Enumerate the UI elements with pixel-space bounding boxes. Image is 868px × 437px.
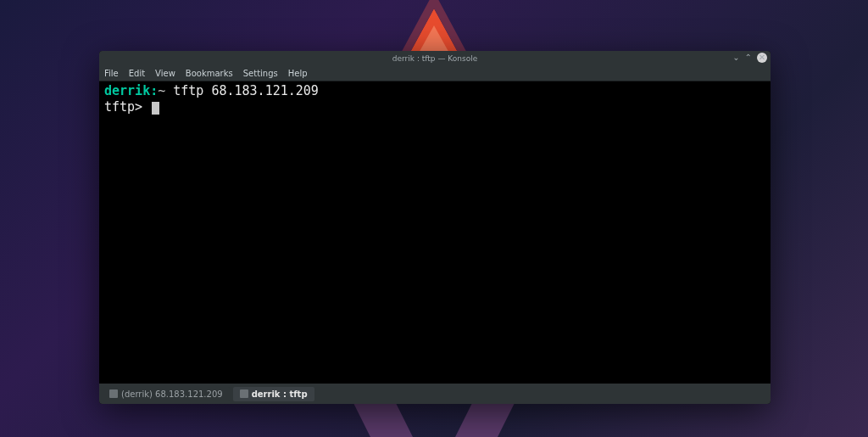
window-title: derrik : tftp — Konsole	[392, 54, 477, 63]
menu-settings[interactable]: Settings	[243, 69, 278, 78]
window-controls: ⌄ ⌃ ✕	[732, 53, 767, 63]
menu-bookmarks[interactable]: Bookmarks	[186, 69, 233, 78]
terminal-line-2: tftp>	[104, 99, 765, 115]
maximize-button[interactable]: ⌃	[745, 53, 752, 62]
command-text: tftp 68.183.121.209	[165, 83, 319, 98]
tabbar: (derrik) 68.183.121.209 derrik : tftp	[99, 384, 771, 404]
konsole-window: derrik : tftp — Konsole ⌄ ⌃ ✕ File Edit …	[99, 51, 771, 404]
menubar: File Edit View Bookmarks Settings Help	[99, 66, 771, 81]
close-button[interactable]: ✕	[757, 53, 767, 63]
menu-help[interactable]: Help	[288, 69, 308, 78]
tab-2-label: derrik : tftp	[252, 389, 308, 399]
tab-2[interactable]: derrik : tftp	[233, 387, 314, 401]
menu-file[interactable]: File	[104, 69, 119, 78]
prompt-path: ~	[158, 83, 165, 98]
menu-edit[interactable]: Edit	[129, 69, 145, 78]
terminal-icon	[240, 389, 248, 398]
minimize-button[interactable]: ⌄	[732, 53, 739, 62]
prompt-colon: :	[150, 83, 158, 98]
menu-view[interactable]: View	[155, 69, 175, 78]
tab-1[interactable]: (derrik) 68.183.121.209	[103, 387, 230, 401]
window-titlebar[interactable]: derrik : tftp — Konsole ⌄ ⌃ ✕	[99, 51, 771, 66]
terminal-line-1: derrik:~ tftp 68.183.121.209	[104, 83, 765, 99]
tab-1-label: (derrik) 68.183.121.209	[121, 389, 223, 399]
terminal-area[interactable]: derrik:~ tftp 68.183.121.209 tftp>	[99, 81, 771, 384]
terminal-icon	[109, 389, 118, 398]
cursor	[152, 102, 159, 115]
tftp-prompt: tftp>	[104, 99, 150, 115]
prompt-user: derrik	[104, 83, 150, 98]
